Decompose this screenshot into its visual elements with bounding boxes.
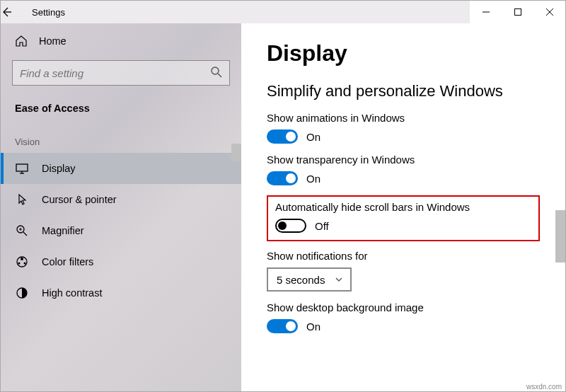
- section-title: Simplify and personalize Windows: [267, 82, 540, 100]
- toggle-hide-scrollbars[interactable]: [275, 219, 306, 233]
- search-box[interactable]: [12, 60, 230, 86]
- sidebar-item-label: Magnifier: [42, 225, 84, 236]
- svg-rect-7: [16, 164, 28, 171]
- close-button[interactable]: [533, 1, 565, 23]
- search-icon: [210, 66, 223, 79]
- close-icon: [545, 8, 554, 16]
- display-icon: [15, 161, 29, 175]
- setting-label: Show notifications for: [267, 250, 540, 262]
- arrow-left-icon: [1, 6, 12, 18]
- category-header: Ease of Access: [1, 96, 241, 127]
- maximize-icon: [514, 8, 522, 16]
- color-filters-icon: [15, 255, 29, 269]
- titlebar: Settings: [1, 1, 565, 23]
- chevron-down-icon: [335, 275, 343, 284]
- setting-label: Automatically hide scroll bars in Window…: [275, 201, 531, 213]
- sidebar-item-label: Display: [42, 163, 76, 174]
- sidebar-item-cursor[interactable]: Cursor & pointer: [1, 184, 241, 215]
- watermark: wsxdn.com: [526, 383, 562, 391]
- toggle-state: On: [306, 173, 320, 185]
- minimize-icon: [482, 8, 490, 16]
- setting-notifications: Show notifications for 5 seconds: [267, 250, 540, 292]
- toggle-state: On: [306, 131, 320, 143]
- setting-label: Show desktop background image: [267, 301, 540, 313]
- sidebar-item-high-contrast[interactable]: High contrast: [1, 277, 241, 309]
- setting-label: Show animations in Windows: [267, 112, 540, 124]
- svg-point-15: [21, 258, 23, 260]
- svg-line-11: [23, 232, 27, 236]
- svg-rect-2: [514, 9, 521, 16]
- minimize-button[interactable]: [470, 1, 502, 23]
- app-title: Settings: [32, 7, 65, 18]
- high-contrast-icon: [15, 286, 29, 300]
- main-panel: Display Simplify and personalize Windows…: [241, 23, 565, 391]
- magnifier-icon: [15, 224, 29, 238]
- sidebar-item-display[interactable]: Display: [1, 153, 241, 184]
- sidebar: Home Ease of Access Vision Display Curso…: [1, 23, 241, 391]
- svg-line-6: [218, 74, 221, 77]
- setting-hide-scrollbars-highlight: Automatically hide scroll bars in Window…: [267, 195, 540, 241]
- setting-transparency: Show transparency in Windows On: [267, 154, 540, 185]
- page-title: Display: [267, 40, 540, 67]
- setting-animations: Show animations in Windows On: [267, 112, 540, 144]
- notifications-dropdown[interactable]: 5 seconds: [267, 267, 352, 292]
- sidebar-item-label: Color filters: [42, 256, 93, 267]
- setting-desktop-bg: Show desktop background image On: [267, 301, 540, 333]
- toggle-desktop-bg[interactable]: [267, 319, 298, 333]
- setting-label: Show transparency in Windows: [267, 154, 540, 166]
- home-nav[interactable]: Home: [1, 28, 241, 54]
- sidebar-item-color-filters[interactable]: Color filters: [1, 246, 241, 277]
- search-input[interactable]: [12, 60, 230, 86]
- sidebar-item-magnifier[interactable]: Magnifier: [1, 215, 241, 246]
- sidebar-item-label: High contrast: [42, 287, 102, 299]
- home-label: Home: [39, 35, 67, 47]
- toggle-state: On: [306, 321, 320, 333]
- maximize-button[interactable]: [502, 1, 533, 23]
- home-icon: [15, 35, 28, 47]
- back-button[interactable]: [1, 6, 32, 18]
- dropdown-value: 5 seconds: [277, 274, 325, 286]
- toggle-transparency[interactable]: [267, 171, 298, 185]
- toggle-animations[interactable]: [267, 129, 298, 144]
- cursor-icon: [15, 192, 29, 207]
- sidebar-item-label: Cursor & pointer: [42, 194, 117, 205]
- svg-point-5: [212, 67, 219, 74]
- scrollbar-thumb[interactable]: [555, 210, 565, 263]
- svg-point-16: [18, 263, 21, 265]
- toggle-state: Off: [315, 220, 329, 232]
- svg-point-17: [24, 263, 26, 265]
- group-label-vision: Vision: [1, 127, 241, 153]
